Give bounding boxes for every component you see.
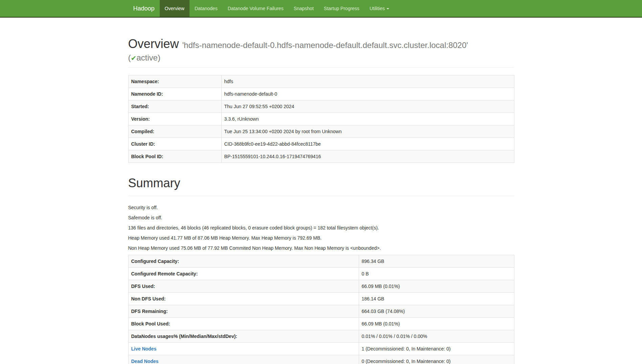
- table-row: DataNodes usages% (Min/Median/Max/stdDev…: [128, 330, 514, 342]
- status-open-paren: (: [128, 53, 131, 62]
- row-value: 1 (Decommissioned: 0, In Maintenance: 0): [359, 342, 514, 355]
- table-row: Namenode ID: hdfs-namenode-default-0: [128, 88, 514, 100]
- row-label: Namenode ID:: [128, 88, 221, 100]
- table-row: Configured Remote Capacity: 0 B: [128, 267, 514, 280]
- nav-item-utilities[interactable]: Utilities: [364, 0, 394, 17]
- summary-title: Summary: [128, 176, 514, 190]
- row-value: 66.09 MB (0.01%): [359, 280, 514, 292]
- top-navbar: Hadoop Overview Datanodes Datanode Volum…: [0, 0, 642, 18]
- table-row: Namespace: hdfs: [128, 75, 514, 88]
- row-label: Live Nodes: [128, 342, 359, 355]
- active-status: (✔active): [128, 53, 514, 63]
- security-status-text: Security is off.: [128, 204, 514, 211]
- row-label: Configured Remote Capacity:: [128, 267, 359, 280]
- row-value: 3.3.6, rUnknown: [221, 113, 514, 125]
- main-content: Overview'hdfs-namenode-default-0.hdfs-na…: [123, 37, 519, 364]
- table-row: Compiled: Tue Jun 25 13:34:00 +0200 2024…: [128, 125, 514, 138]
- row-label: Namespace:: [128, 75, 221, 88]
- row-label: DataNodes usages% (Min/Median/Max/stdDev…: [128, 330, 359, 342]
- table-row: DFS Remaining: 664.03 GB (74.08%): [128, 305, 514, 317]
- row-value: hdfs: [221, 75, 514, 88]
- table-row: Version: 3.3.6, rUnknown: [128, 113, 514, 125]
- row-value: 0.01% / 0.01% / 0.01% / 0.00%: [359, 330, 514, 342]
- row-value: 664.03 GB (74.08%): [359, 305, 514, 317]
- row-label: Cluster ID:: [128, 138, 221, 150]
- row-value: CID-368b9fc0-ee19-4d22-abbd-84fcec8117be: [221, 138, 514, 150]
- overview-header: Overview'hdfs-namenode-default-0.hdfs-na…: [128, 37, 514, 68]
- row-value: 0 (Decommissioned: 0, In Maintenance: 0): [359, 355, 514, 364]
- heap-memory-text: Heap Memory used 41.77 MB of 87.06 MB He…: [128, 235, 514, 241]
- live-nodes-link[interactable]: Live Nodes: [131, 346, 157, 351]
- caret-down-icon: [386, 8, 389, 9]
- nav-item-datanode-volume-failures[interactable]: Datanode Volume Failures: [223, 0, 289, 17]
- row-label: Compiled:: [128, 125, 221, 138]
- status-text: active): [136, 53, 160, 62]
- row-value: 896.34 GB: [359, 255, 514, 267]
- nav-item-overview[interactable]: Overview: [160, 0, 190, 17]
- namenode-address: 'hdfs-namenode-default-0.hdfs-namenode-d…: [182, 41, 468, 50]
- nav-item-utilities-label: Utilities: [370, 6, 385, 11]
- row-label: Dead Nodes: [128, 355, 359, 364]
- row-value: hdfs-namenode-default-0: [221, 88, 514, 100]
- row-value: 66.09 MB (0.01%): [359, 317, 514, 330]
- navbar-brand: Hadoop: [128, 0, 160, 17]
- row-label: Block Pool ID:: [128, 150, 221, 163]
- non-heap-memory-text: Non Heap Memory used 75.06 MB of 77.92 M…: [128, 245, 514, 251]
- row-label: Started:: [128, 100, 221, 113]
- table-row: Non DFS Used: 186.14 GB: [128, 292, 514, 305]
- table-row: Started: Thu Jun 27 09:52:55 +0200 2024: [128, 100, 514, 113]
- table-row: Live Nodes 1 (Decommissioned: 0, In Main…: [128, 342, 514, 355]
- filesystem-objects-text: 136 files and directories, 46 blocks (46…: [128, 224, 514, 231]
- navbar-menu: Overview Datanodes Datanode Volume Failu…: [160, 0, 394, 17]
- dead-nodes-link[interactable]: Dead Nodes: [131, 359, 159, 364]
- table-row: DFS Used: 66.09 MB (0.01%): [128, 280, 514, 292]
- page-title-line: Overview'hdfs-namenode-default-0.hdfs-na…: [128, 37, 514, 63]
- row-label: Version:: [128, 113, 221, 125]
- safemode-status-text: Safemode is off.: [128, 214, 514, 221]
- summary-table: Configured Capacity: 896.34 GB Configure…: [128, 255, 514, 364]
- table-row: Cluster ID: CID-368b9fc0-ee19-4d22-abbd-…: [128, 138, 514, 150]
- table-row: Block Pool ID: BP-1515559101-10.244.0.16…: [128, 150, 514, 163]
- nav-item-startup-progress[interactable]: Startup Progress: [319, 0, 364, 17]
- row-label: Configured Capacity:: [128, 255, 359, 267]
- row-value: BP-1515559101-10.244.0.16-1719474769416: [221, 150, 514, 163]
- table-row: Configured Capacity: 896.34 GB: [128, 255, 514, 267]
- table-row: Block Pool Used: 66.09 MB (0.01%): [128, 317, 514, 330]
- page-title: Overview: [128, 37, 179, 51]
- row-label: DFS Remaining:: [128, 305, 359, 317]
- row-value: Tue Jun 25 13:34:00 +0200 2024 by root f…: [221, 125, 514, 138]
- nav-item-snapshot[interactable]: Snapshot: [289, 0, 319, 17]
- row-value: Thu Jun 27 09:52:55 +0200 2024: [221, 100, 514, 113]
- row-value: 186.14 GB: [359, 292, 514, 305]
- overview-info-table: Namespace: hdfs Namenode ID: hdfs-nameno…: [128, 75, 514, 163]
- table-row: Dead Nodes 0 (Decommissioned: 0, In Main…: [128, 355, 514, 364]
- nav-item-datanodes[interactable]: Datanodes: [190, 0, 223, 17]
- row-label: Non DFS Used:: [128, 292, 359, 305]
- summary-header: Summary: [128, 176, 514, 196]
- row-label: DFS Used:: [128, 280, 359, 292]
- row-value: 0 B: [359, 267, 514, 280]
- check-icon: ✔: [131, 54, 137, 62]
- row-label: Block Pool Used:: [128, 317, 359, 330]
